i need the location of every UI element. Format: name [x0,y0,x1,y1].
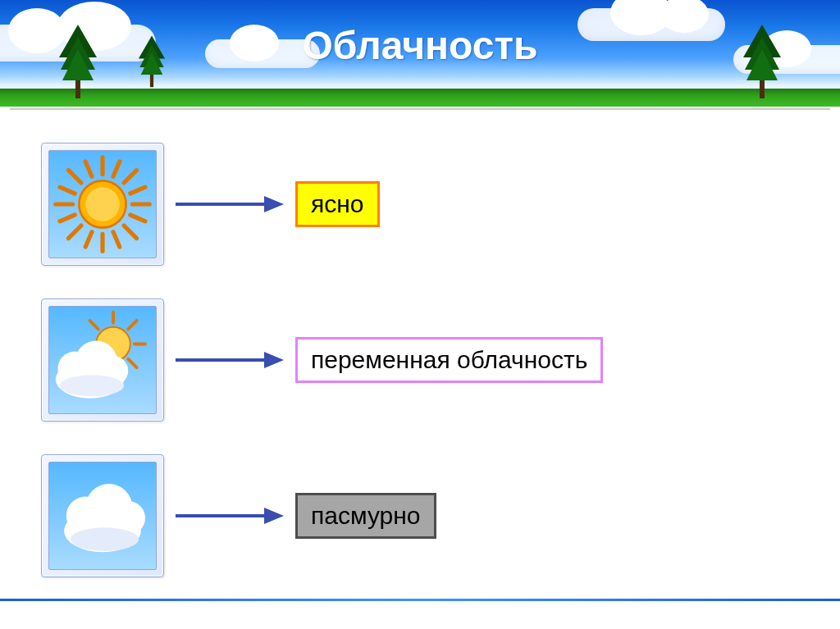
footer-divider [0,599,840,601]
arrow-icon [164,192,295,217]
svg-line-19 [68,170,81,183]
icon-frame [41,143,164,266]
partly-cloudy-icon [48,306,157,414]
sun-icon [48,150,157,258]
svg-line-36 [89,321,98,329]
svg-marker-31 [264,196,284,212]
svg-point-42 [60,375,124,396]
label-partly: переменная облачность [295,337,603,383]
svg-line-22 [113,162,120,176]
svg-marker-44 [264,352,284,368]
label-overcast: пасмурно [295,493,436,539]
svg-line-28 [113,232,120,247]
row-partly: переменная облачность [41,282,799,438]
ground-decoration [0,89,840,107]
slide-header: Облачность [0,0,840,107]
svg-line-26 [60,187,75,194]
row-clear: ясно [41,126,799,282]
svg-line-20 [124,226,137,239]
svg-line-24 [130,187,145,194]
slide-title: Облачность [0,23,840,68]
svg-point-13 [85,187,120,221]
svg-line-18 [124,170,137,183]
arrow-icon [164,504,295,528]
arrow-icon [164,348,295,372]
row-overcast: пасмурно [41,438,799,594]
svg-line-21 [68,226,81,239]
svg-point-49 [71,527,139,551]
icon-frame [41,454,164,577]
label-clear: ясно [295,181,380,227]
cloud-icon [48,462,157,570]
svg-line-34 [128,321,136,329]
svg-line-23 [85,162,92,176]
icon-frame [41,299,164,422]
svg-line-27 [60,215,75,221]
diagram-body: ясно [0,110,840,594]
svg-marker-51 [264,508,284,524]
svg-line-29 [85,232,92,247]
svg-line-37 [128,359,136,367]
svg-line-25 [130,215,145,221]
